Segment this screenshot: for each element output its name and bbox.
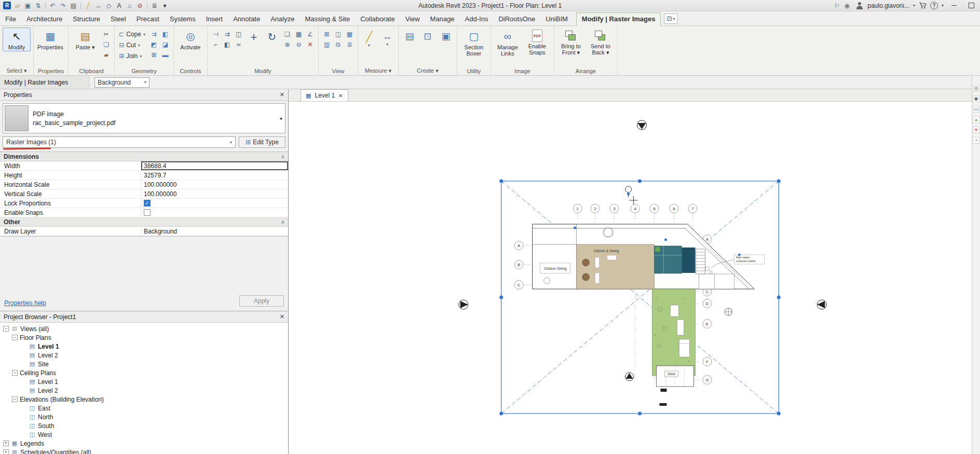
enable-snaps-checkbox[interactable] <box>144 209 151 216</box>
tree-item-level-1[interactable]: ▤Level 1 <box>0 342 288 351</box>
tree-item-schedules-quantities-all[interactable]: +▥Schedules/Quantities (all) <box>0 448 288 454</box>
tab-structure[interactable]: Structure <box>67 13 105 25</box>
button-tile-views[interactable]: ▦ <box>344 29 355 39</box>
tree-item-level-2[interactable]: ▤Level 2 <box>0 351 288 360</box>
tree-item-ceiling-plans[interactable]: −Ceiling Plans <box>0 368 288 377</box>
tree-item-north[interactable]: ◫North <box>0 412 288 421</box>
tab-architecture[interactable]: Architecture <box>21 13 67 25</box>
button-split-face[interactable]: ◧ <box>160 29 171 39</box>
section-header-dimensions[interactable]: Dimensions∧ <box>0 152 288 161</box>
qat-tag[interactable]: ◇ <box>104 1 114 10</box>
qat-section[interactable]: ⊘ <box>135 1 145 10</box>
tree-item-elevations-building-elevation[interactable]: −Elevations (Building Elevation) <box>0 395 288 404</box>
tree-toggle-icon[interactable]: + <box>3 449 9 454</box>
qat-text-note[interactable]: A <box>114 1 124 10</box>
tab-precast[interactable]: Precast <box>131 13 165 25</box>
flag-icon[interactable]: ⚐ <box>832 1 842 10</box>
button-tab-views[interactable]: ◫ <box>333 29 344 39</box>
width-value[interactable]: 38688.4 <box>141 161 288 170</box>
edit-type-button[interactable]: ⊞ Edit Type <box>239 136 285 148</box>
button-wall-sweep[interactable]: ▬ <box>160 50 171 60</box>
button-move-cross[interactable]: + <box>246 27 262 43</box>
tree-item-floor-plans[interactable]: −Floor Plans <box>0 333 288 342</box>
cart-icon[interactable] <box>919 2 927 9</box>
tree-item-south[interactable]: ◫South <box>0 421 288 430</box>
project-browser-close-icon[interactable]: ✕ <box>280 313 284 320</box>
draw-layer-value[interactable]: Background <box>141 227 288 236</box>
minimize-button[interactable] <box>947 1 961 10</box>
tab-view[interactable]: View <box>400 13 425 25</box>
button-close-hidden[interactable]: ⊠ <box>321 29 332 39</box>
nav-dot-gray[interactable]: ▪ <box>973 137 979 144</box>
button-activate[interactable]: ◎Activate <box>176 27 205 51</box>
button-legend-component[interactable]: ▤ <box>401 27 418 41</box>
collapse-icon[interactable]: ∧ <box>281 219 284 225</box>
horizontal-scale-value[interactable]: 100.000000 <box>141 180 288 189</box>
draw-layer-dropdown[interactable]: Background ▾ <box>94 77 149 88</box>
user-avatar-icon[interactable] <box>855 2 864 10</box>
selection-box[interactable] <box>501 181 779 414</box>
tab-unibim[interactable]: UniBIM <box>540 13 573 25</box>
height-value[interactable]: 32579.7 <box>141 171 288 180</box>
tab-modify-raster-images[interactable]: Modify | Raster Images <box>576 12 661 26</box>
button-offset[interactable]: ⇉ <box>222 29 233 39</box>
button-measure-ruler[interactable]: ╱▾ <box>361 27 377 48</box>
tree-item-west[interactable]: ◫West <box>0 430 288 439</box>
button-bring-to-front[interactable]: Bring toFront ▾ <box>557 27 585 57</box>
button-send-to-back[interactable]: Send toBack ▾ <box>587 27 615 57</box>
button-match-type[interactable]: ≍ <box>233 39 244 49</box>
properties-help-link[interactable]: Properties help <box>4 299 46 307</box>
type-selector[interactable]: PDF image rac_basic_sample_project.pdf ▾ <box>3 103 285 133</box>
tree-item-views-all[interactable]: −⊡Views (all) <box>0 324 288 333</box>
qat-measure[interactable]: ╱ <box>83 1 93 10</box>
properties-header[interactable]: Properties ✕ <box>0 89 288 101</box>
nav-down-red[interactable]: ▾ <box>973 127 979 133</box>
button-unpin[interactable]: ⊖ <box>293 39 304 49</box>
project-browser-header[interactable]: Project Browser - Project1 ✕ <box>0 311 288 323</box>
button-delete-red[interactable]: × <box>305 39 316 49</box>
user-menu-caret-icon[interactable]: ▾ <box>913 3 915 8</box>
button-paste[interactable]: ▤Paste ▾ <box>71 27 99 51</box>
floor-plan-image[interactable]: Kitchen & Dining <box>533 186 765 406</box>
tab-analyze[interactable]: Analyze <box>265 13 300 25</box>
button-enable-snaps[interactable]: PDFEnableSnaps <box>523 27 551 57</box>
nav-pan-icon[interactable]: ▭ <box>973 106 979 113</box>
qat-save-file[interactable]: ▣ <box>23 1 33 10</box>
qat-customize[interactable]: ▾ <box>160 1 170 10</box>
button-section-boxer[interactable]: ▢SectionBoxer <box>460 27 488 58</box>
tab-insert[interactable]: Insert <box>201 13 228 25</box>
nav-zoom-icon[interactable]: ◉ <box>973 95 979 102</box>
tab-massing-site[interactable]: Massing & Site <box>300 13 355 25</box>
qat-redo[interactable]: ↷ <box>58 1 68 10</box>
button-rotate[interactable]: ↻ <box>264 27 280 42</box>
tree-toggle-icon[interactable]: + <box>3 441 9 446</box>
tab-annotate[interactable]: Annotate <box>228 13 265 25</box>
button-properties[interactable]: ▦Properties <box>36 27 64 51</box>
tree-item-legends[interactable]: +▦Legends <box>0 439 288 448</box>
tree-toggle-icon[interactable]: − <box>12 396 18 402</box>
tab-manage[interactable]: Manage <box>425 13 460 25</box>
button-switch-windows[interactable]: ⧉ <box>333 39 344 49</box>
drawing-canvas[interactable]: 1234567ABCABCDEFG Kitchen & Dining <box>289 102 972 454</box>
vertical-scale-value[interactable]: 100.000000 <box>141 189 288 198</box>
button-cope[interactable]: ⊏Cope▾ <box>117 29 147 39</box>
close-view-icon[interactable]: ✕ <box>338 93 343 99</box>
button-modify[interactable]: ↖Modify <box>3 27 31 51</box>
tree-toggle-icon[interactable]: − <box>12 335 18 340</box>
button-cut-scissors[interactable]: ✂ <box>101 29 112 39</box>
help-icon[interactable]: ? <box>930 2 938 9</box>
properties-close-icon[interactable]: ✕ <box>280 91 284 98</box>
tree-item-east[interactable]: ◫East <box>0 404 288 412</box>
selection-grips[interactable] <box>499 180 781 416</box>
rotate-control[interactable] <box>625 186 632 197</box>
tree-item-site[interactable]: ▤Site <box>0 360 288 368</box>
button-demolish[interactable]: ⊠ <box>148 50 159 60</box>
view-tab-level-1[interactable]: ▦ Level 1 ✕ <box>301 89 348 101</box>
qat-thin-lines[interactable]: ≣ <box>149 1 159 10</box>
apply-button[interactable]: Apply <box>239 295 284 307</box>
tab-dirootsone[interactable]: DiRootsOne <box>493 13 540 25</box>
tab-systems[interactable]: Systems <box>165 13 201 25</box>
user-name[interactable]: paulo.giavoni... <box>867 2 909 9</box>
tree-toggle-icon[interactable]: − <box>3 326 9 332</box>
button-remove-paint[interactable]: ◪ <box>160 39 171 49</box>
